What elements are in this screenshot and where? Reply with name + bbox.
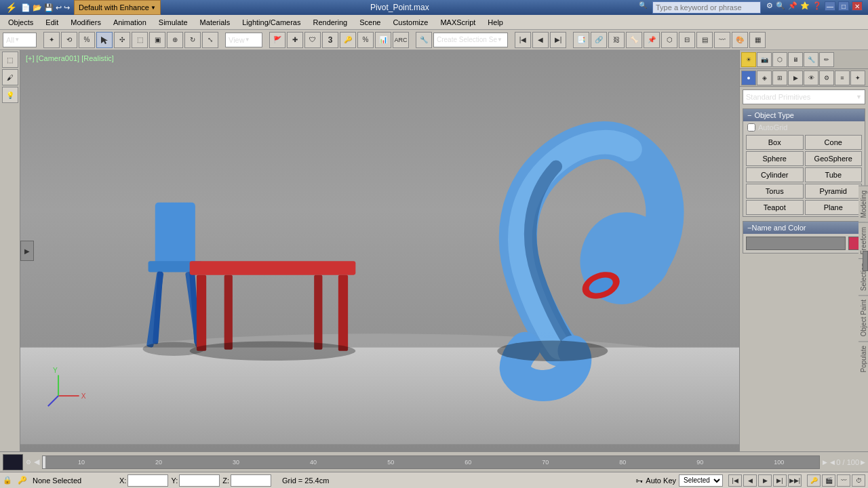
view-dropdown[interactable]: View ▼	[225, 33, 262, 47]
scale-btn[interactable]: ⤡	[202, 32, 218, 48]
timeline-track[interactable]: 10 20 30 40 50 60 70 80 90 100	[42, 455, 820, 469]
menu-simulate[interactable]: Simulate	[153, 16, 193, 29]
num3-btn[interactable]: 3	[322, 32, 338, 48]
select-pivot-btn[interactable]: ⊕	[167, 32, 183, 48]
play-next-btn[interactable]: ▶|	[773, 474, 787, 487]
graph-btn[interactable]: 📊	[375, 32, 391, 48]
torus-button[interactable]: Torus	[746, 184, 804, 199]
timeline-expand-icon[interactable]: ⚙	[26, 459, 31, 466]
y-input[interactable]	[179, 474, 220, 487]
selection-filter-dropdown[interactable]: All ▼	[3, 33, 37, 47]
box-button[interactable]: Box	[746, 135, 804, 150]
menu-objects[interactable]: Objects	[3, 16, 39, 29]
layers-btn[interactable]: 📑	[573, 32, 589, 48]
curve-btn[interactable]: 〰	[714, 32, 730, 48]
region-select-btn[interactable]: ⬚	[132, 32, 148, 48]
keys-btn[interactable]: 🔑	[340, 32, 356, 48]
z-input[interactable]	[231, 474, 271, 487]
tube-button[interactable]: Tube	[805, 167, 863, 182]
pencil-icon[interactable]: ✏	[819, 52, 834, 67]
material-btn[interactable]: 🎨	[732, 32, 748, 48]
undo-icon[interactable]: ↩	[56, 3, 62, 12]
object-type-header[interactable]: − Object Type	[743, 109, 865, 121]
left-paint-icon[interactable]: 🖌	[2, 69, 18, 85]
mirror-btn[interactable]: ⬡	[661, 32, 677, 48]
utilities-icon[interactable]: ⚙	[819, 70, 834, 85]
primitives-dropdown[interactable]: Standard Primitives ▼	[743, 89, 865, 104]
snaps-toggle-btn[interactable]: ✦	[43, 32, 60, 48]
plane-button[interactable]: Plane	[805, 200, 863, 215]
profile-dropdown-icon[interactable]: ▼	[151, 5, 156, 11]
name-color-header[interactable]: − Name and Color	[743, 222, 865, 234]
render-btn[interactable]: ▦	[749, 32, 766, 48]
selected-mode-dropdown[interactable]: Selected All	[679, 474, 723, 487]
close-button[interactable]: ✕	[852, 1, 863, 11]
nav-start-btn[interactable]: |◀	[515, 32, 531, 48]
nav-next-btn[interactable]: ▶|	[550, 32, 566, 48]
menu-materials[interactable]: Materials	[195, 16, 236, 29]
teapot-button[interactable]: Teapot	[746, 200, 804, 215]
menu-animation[interactable]: Animation	[108, 16, 152, 29]
link-btn[interactable]: 🔗	[591, 32, 607, 48]
motion-icon[interactable]: ▶	[788, 70, 803, 85]
extra1-icon[interactable]: ≡	[835, 70, 850, 85]
select-move-btn[interactable]: ✣	[114, 32, 130, 48]
arc-btn[interactable]: ARC	[393, 32, 409, 48]
panel-resize-handle[interactable]	[863, 251, 868, 271]
utility-icon[interactable]: 🔧	[804, 52, 818, 67]
unlink-btn[interactable]: ⛓	[608, 32, 625, 48]
profile-button[interactable]: Default with Enhance ▼	[74, 0, 161, 15]
play-start-btn[interactable]: |◀	[728, 474, 742, 487]
display2-icon[interactable]: 👁	[804, 70, 818, 85]
magnet-btn[interactable]: 🔧	[416, 32, 432, 48]
menu-help[interactable]: Help	[482, 16, 509, 29]
menu-modifiers[interactable]: Modifiers	[65, 16, 106, 29]
geometry-icon[interactable]: ⬡	[772, 52, 787, 67]
left-light-icon[interactable]: 💡	[2, 87, 18, 103]
menu-rendering[interactable]: Rendering	[307, 16, 353, 29]
hierarchy-icon[interactable]: ⊞	[772, 70, 787, 85]
maximize-button[interactable]: □	[838, 1, 849, 11]
layer-btn[interactable]: ▤	[696, 32, 713, 48]
camera-icon[interactable]: 📷	[757, 52, 772, 67]
menu-scene[interactable]: Scene	[354, 16, 386, 29]
pyramid-button[interactable]: Pyramid	[805, 184, 863, 199]
menu-customize[interactable]: Customize	[387, 16, 433, 29]
lock-icon[interactable]: 🔒	[3, 476, 12, 485]
flag-btn[interactable]: 🚩	[269, 32, 285, 48]
cylinder-button[interactable]: Cylinder	[746, 167, 804, 182]
object-paint-tab[interactable]: Object Paint	[859, 295, 868, 340]
percent-btn[interactable]: %	[357, 32, 374, 48]
play-end-btn[interactable]: ▶▶|	[788, 474, 802, 487]
modeling-tab[interactable]: Modeling	[859, 186, 868, 222]
search-zoom-icon[interactable]: 🔍	[776, 1, 785, 14]
cone-button[interactable]: Cone	[805, 135, 863, 150]
light-icon[interactable]: ☀	[741, 52, 756, 67]
object-name-input[interactable]	[746, 237, 846, 250]
viewport[interactable]: [+] [Camera001] [Realistic]	[20, 50, 739, 451]
play-btn[interactable]: ▶	[758, 474, 772, 487]
menu-edit[interactable]: Edit	[40, 16, 64, 29]
create-icon[interactable]: ●	[741, 70, 756, 85]
mini-curve-icon[interactable]: 〰	[837, 474, 850, 487]
play-prev-btn[interactable]: ◀	[743, 474, 757, 487]
key-filter-icon[interactable]: 🔑	[807, 474, 821, 487]
percent-snap-btn[interactable]: %	[79, 32, 95, 48]
modify-icon[interactable]: ◈	[757, 70, 772, 85]
star-icon[interactable]: ⭐	[800, 1, 810, 14]
anim-icon[interactable]: 🎬	[822, 474, 835, 487]
bone-btn[interactable]: 🦴	[626, 32, 642, 48]
window-crossing-btn[interactable]: ▣	[149, 32, 165, 48]
open-icon[interactable]: 📂	[33, 3, 42, 12]
timeline-next-btn[interactable]: ▶	[861, 459, 865, 466]
extra2-icon[interactable]: ✦	[850, 70, 865, 85]
nav-prev-btn[interactable]: ◀	[532, 32, 549, 48]
timeline-prev-btn[interactable]: ◀	[830, 459, 835, 466]
angle-snap-btn[interactable]: ⟲	[61, 32, 77, 48]
minimize-button[interactable]: —	[825, 1, 835, 11]
align-btn[interactable]: ⊟	[679, 32, 695, 48]
menu-maxscript[interactable]: MAXScript	[435, 16, 481, 29]
key-nav-icon[interactable]: 🗝	[635, 476, 643, 485]
search-input[interactable]	[652, 1, 761, 14]
create-selection-dropdown[interactable]: Create Selection Se ▼	[433, 33, 508, 47]
